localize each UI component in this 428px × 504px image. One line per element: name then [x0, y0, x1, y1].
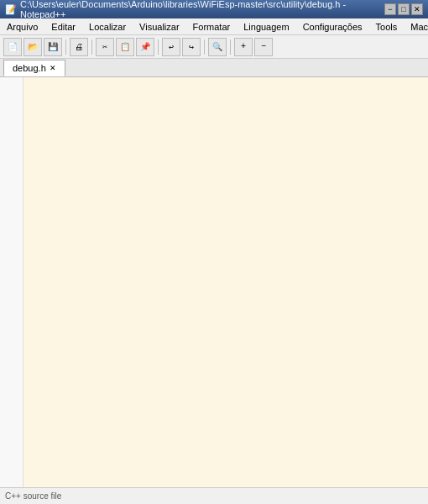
tab-close-button[interactable]: ✕: [50, 64, 56, 72]
toolbar-separator-1: [65, 39, 66, 55]
app-icon: 📝: [5, 4, 17, 15]
menu-visualizar[interactable]: Visualizar: [136, 20, 183, 34]
title-bar-controls[interactable]: − □ ✕: [384, 3, 423, 15]
menu-configuracoes[interactable]: Configurações: [300, 20, 366, 34]
status-bar: C++ source file: [0, 487, 428, 504]
code-area[interactable]: [23, 77, 428, 487]
title-bar-text: C:\Users\euler\Documents\Arduino\librari…: [20, 0, 384, 19]
toolbar-separator-2: [91, 39, 92, 55]
open-button[interactable]: 📂: [23, 38, 42, 56]
save-button[interactable]: 💾: [44, 38, 62, 56]
copy-button[interactable]: 📋: [116, 38, 134, 56]
menu-arquivo[interactable]: Arquivo: [3, 20, 41, 34]
editor: N++: [0, 77, 428, 487]
print-button[interactable]: 🖨: [70, 38, 88, 56]
menu-editar[interactable]: Editar: [48, 20, 79, 34]
status-text: C++ source file: [5, 491, 61, 501]
close-button[interactable]: ✕: [411, 3, 423, 15]
menu-localizar[interactable]: Localizar: [86, 20, 129, 34]
redo-button[interactable]: ↪: [182, 38, 201, 56]
tab-bar: debug.h ✕: [0, 59, 428, 77]
menu-bar: Arquivo Editar Localizar Visualizar Form…: [0, 18, 428, 35]
cut-button[interactable]: ✂: [96, 38, 114, 56]
title-bar-left: 📝 C:\Users\euler\Documents\Arduino\libra…: [5, 0, 384, 19]
toolbar-separator-3: [158, 39, 159, 55]
toolbar: 📄 📂 💾 🖨 ✂ 📋 📌 ↩ ↪ 🔍 + −: [0, 35, 428, 59]
find-button[interactable]: 🔍: [208, 38, 227, 56]
line-numbers: [0, 77, 23, 487]
undo-button[interactable]: ↩: [162, 38, 180, 56]
tab-debug-h[interactable]: debug.h ✕: [3, 60, 65, 76]
paste-button[interactable]: 📌: [136, 38, 154, 56]
toolbar-separator-5: [230, 39, 231, 55]
zoom-out-button[interactable]: −: [254, 38, 273, 56]
menu-formatar[interactable]: Formatar: [190, 20, 234, 34]
title-bar: 📝 C:\Users\euler\Documents\Arduino\libra…: [0, 0, 428, 18]
menu-tools[interactable]: Tools: [373, 20, 401, 34]
menu-linguagem[interactable]: Linguagem: [240, 20, 292, 34]
maximize-button[interactable]: □: [398, 3, 410, 15]
minimize-button[interactable]: −: [384, 3, 396, 15]
menu-macro[interactable]: Macro: [407, 20, 428, 34]
zoom-in-button[interactable]: +: [234, 38, 253, 56]
tab-label: debug.h: [13, 63, 46, 73]
toolbar-separator-4: [204, 39, 205, 55]
new-button[interactable]: 📄: [3, 38, 22, 56]
